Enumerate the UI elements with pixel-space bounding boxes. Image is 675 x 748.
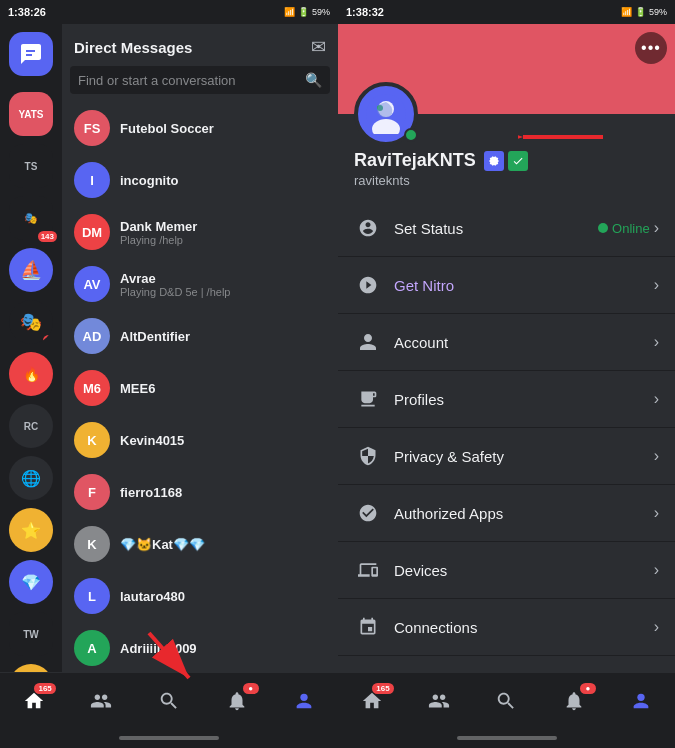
left-status-icons: 📶 🔋 59% bbox=[284, 7, 330, 17]
authorized-apps-icon bbox=[354, 499, 382, 527]
dm-avatar: AV bbox=[74, 266, 110, 302]
dm-list-item[interactable]: FS Futebol Soccer bbox=[66, 102, 334, 154]
server-icon-11[interactable]: 💎 bbox=[9, 560, 53, 604]
nav-notifications-left[interactable]: ● bbox=[223, 687, 251, 715]
dm-list-item[interactable]: I incognito bbox=[66, 154, 334, 206]
dm-avatar: AD bbox=[74, 318, 110, 354]
devices-icon bbox=[354, 556, 382, 584]
profiles-icon bbox=[354, 385, 382, 413]
account-right: › bbox=[654, 333, 659, 351]
dm-list-item[interactable]: F fierro1168 bbox=[66, 466, 334, 518]
dm-info: fierro1168 bbox=[120, 485, 326, 500]
settings-item-account[interactable]: Account › bbox=[338, 314, 675, 371]
dm-avatar: I bbox=[74, 162, 110, 198]
right-home-badge: 165 bbox=[372, 683, 393, 694]
server-icon-10[interactable]: ⭐ bbox=[9, 508, 53, 552]
dm-name: AltDentifier bbox=[120, 329, 326, 344]
dm-list-item[interactable]: K Kevin4015 bbox=[66, 414, 334, 466]
privacy-right: › bbox=[654, 447, 659, 465]
server-icon-6[interactable]: 🎭 2 bbox=[9, 300, 53, 344]
server-icon-rc[interactable]: RC bbox=[9, 404, 53, 448]
devices-chevron-icon: › bbox=[654, 561, 659, 579]
dm-list-item[interactable]: AV Avrae Playing D&D 5e | /help bbox=[66, 258, 334, 310]
dm-info: Dank Memer Playing /help bbox=[120, 219, 326, 246]
settings-item-connections[interactable]: Connections › bbox=[338, 599, 675, 656]
server-icon-dm[interactable] bbox=[9, 32, 53, 76]
profile-badges bbox=[484, 151, 528, 171]
nav-search-left[interactable] bbox=[155, 687, 183, 715]
nav-profile-right[interactable] bbox=[627, 687, 655, 715]
search-nav-icon bbox=[155, 687, 183, 715]
server-icon-ts[interactable]: TS bbox=[9, 144, 53, 188]
settings-item-set-status[interactable]: Set Status Online › bbox=[338, 200, 675, 257]
nav-home-right[interactable]: 165 bbox=[358, 687, 386, 715]
profile-status-indicator bbox=[404, 128, 418, 142]
dm-title: Direct Messages bbox=[74, 39, 192, 56]
settings-item-authorized-apps[interactable]: Authorized Apps › bbox=[338, 485, 675, 542]
settings-item-profiles[interactable]: Profiles › bbox=[338, 371, 675, 428]
dm-list-item[interactable]: AD AltDentifier bbox=[66, 310, 334, 362]
server-icon-9[interactable]: 🌐 bbox=[9, 456, 53, 500]
server-icon-web[interactable]: Web bbox=[9, 664, 53, 672]
set-status-right: Online › bbox=[598, 219, 659, 237]
dm-name: incognito bbox=[120, 173, 326, 188]
left-status-bar: 1:38:26 📶 🔋 59% bbox=[0, 0, 338, 24]
settings-item-devices[interactable]: Devices › bbox=[338, 542, 675, 599]
profile-name-row: RaviTejaKNTS bbox=[354, 150, 659, 171]
privacy-chevron-icon: › bbox=[654, 447, 659, 465]
authorized-apps-label: Authorized Apps bbox=[394, 505, 654, 522]
dm-list-item[interactable]: A Adriiiii_2009 bbox=[66, 622, 334, 672]
connections-icon bbox=[354, 613, 382, 641]
nav-friends-right[interactable] bbox=[425, 687, 453, 715]
nitro-icon bbox=[354, 271, 382, 299]
connections-label: Connections bbox=[394, 619, 654, 636]
settings-item-privacy[interactable]: Privacy & Safety › bbox=[338, 428, 675, 485]
chevron-icon: › bbox=[654, 219, 659, 237]
connections-chevron-icon: › bbox=[654, 618, 659, 636]
server-icon-yats[interactable]: YATS bbox=[9, 92, 53, 136]
right-profile-icon bbox=[627, 687, 655, 715]
right-bottom-nav: 165 ● bbox=[338, 672, 675, 728]
nav-profile-left[interactable] bbox=[290, 687, 318, 715]
dm-list-item[interactable]: M6 MEE6 bbox=[66, 362, 334, 414]
dm-list-item[interactable]: L lautaro480 bbox=[66, 570, 334, 622]
dm-list-item[interactable]: DM Dank Memer Playing /help bbox=[66, 206, 334, 258]
dm-info: incognito bbox=[120, 173, 326, 188]
dm-avatar: K bbox=[74, 422, 110, 458]
nav-search-right[interactable] bbox=[492, 687, 520, 715]
settings-item-get-nitro[interactable]: Get Nitro › bbox=[338, 257, 675, 314]
dm-avatar: F bbox=[74, 474, 110, 510]
friends-icon bbox=[87, 687, 115, 715]
server-icon-5[interactable]: ⛵ bbox=[9, 248, 53, 292]
dm-info: Adriiiii_2009 bbox=[120, 641, 326, 656]
dm-search-input[interactable] bbox=[78, 73, 299, 88]
settings-item-friend-requests[interactable]: Friend Requests › bbox=[338, 656, 675, 672]
get-nitro-label: Get Nitro bbox=[394, 277, 654, 294]
server-icon-4[interactable]: 🎭 143 bbox=[9, 196, 53, 240]
nav-friends-left[interactable] bbox=[87, 687, 115, 715]
authorized-apps-chevron-icon: › bbox=[654, 504, 659, 522]
search-icon: 🔍 bbox=[305, 72, 322, 88]
dm-list-item[interactable]: K 💎🐱Kat💎💎 bbox=[66, 518, 334, 570]
account-label: Account bbox=[394, 334, 654, 351]
server-sidebar: YATS TS 🎭 143 ⛵ 🎭 2 🔥 RC 🌐 bbox=[0, 24, 62, 672]
profile-avatar-container bbox=[354, 82, 418, 146]
server-icon-7[interactable]: 🔥 bbox=[9, 352, 53, 396]
nav-home-left[interactable]: 165 bbox=[20, 687, 48, 715]
dm-search-bar[interactable]: 🔍 bbox=[70, 66, 330, 94]
devices-right: › bbox=[654, 561, 659, 579]
dm-new-icon[interactable]: ✉ bbox=[311, 36, 326, 58]
dm-avatar: L bbox=[74, 578, 110, 614]
dm-status: Playing /help bbox=[120, 234, 326, 246]
devices-label: Devices bbox=[394, 562, 654, 579]
nitro-badge bbox=[484, 151, 504, 171]
dm-name: Adriiiii_2009 bbox=[120, 641, 326, 656]
server-icon-tw[interactable]: TW bbox=[9, 612, 53, 656]
dm-name: Kevin4015 bbox=[120, 433, 326, 448]
nav-notifications-right[interactable]: ● bbox=[560, 687, 588, 715]
dm-name: Avrae bbox=[120, 271, 326, 286]
banner-menu-button[interactable]: ••• bbox=[635, 32, 667, 64]
dm-avatar: FS bbox=[74, 110, 110, 146]
right-status-bar: 1:38:32 📶 🔋 59% bbox=[338, 0, 675, 24]
connections-right: › bbox=[654, 618, 659, 636]
